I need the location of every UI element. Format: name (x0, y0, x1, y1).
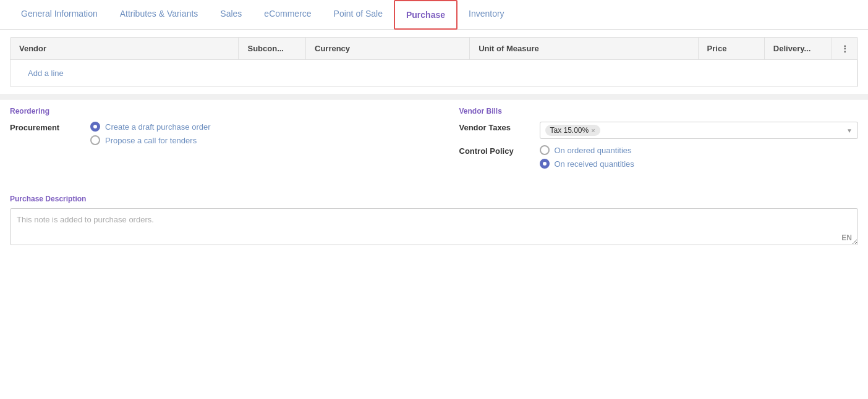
radio-circle-draft (90, 122, 100, 132)
procurement-label: Procurement (10, 122, 90, 132)
col-header-price: Price (698, 38, 764, 60)
tab-general-information[interactable]: General Information (10, 0, 109, 29)
radio-circle-tenders (90, 135, 100, 145)
tab-purchase[interactable]: Purchase (394, 0, 457, 30)
col-header-delivery: Delivery... (764, 38, 832, 60)
tax-tag: Tax 15.00% × (545, 125, 600, 136)
tab-sales[interactable]: Sales (209, 0, 253, 29)
tab-attributes-variants[interactable]: Attributes & Variants (109, 0, 210, 29)
tab-inventory[interactable]: Inventory (457, 0, 516, 29)
col-header-vendor: Vendor (11, 38, 239, 60)
vendor-taxes-input[interactable]: Tax 15.00% × ▼ (540, 122, 859, 139)
radio-circle-received (540, 159, 550, 169)
vendor-taxes-field-row: Vendor Taxes Tax 15.00% × ▼ (459, 122, 859, 139)
reordering-section-label: Reordering (10, 107, 409, 116)
lang-badge: EN (841, 233, 852, 242)
radio-call-for-tenders[interactable]: Propose a call for tenders (90, 135, 409, 145)
nav-tabs: General InformationAttributes & Variants… (0, 0, 868, 30)
col-header-subcon: Subcon... (239, 38, 306, 60)
col-header-uom: Unit of Measure (470, 38, 698, 60)
reordering-panel: Reordering Procurement Create a draft pu… (10, 107, 434, 175)
radio-draft-purchase-order[interactable]: Create a draft purchase order (90, 122, 409, 132)
purchase-description-wrapper: EN (10, 208, 858, 247)
purchase-description-section: Purchase Description EN (0, 185, 868, 257)
tax-tag-label: Tax 15.00% (550, 126, 589, 135)
procurement-options: Create a draft purchase order Propose a … (90, 122, 409, 145)
radio-label-tenders: Propose a call for tenders (105, 136, 197, 145)
tax-dropdown-arrow-icon: ▼ (846, 127, 853, 134)
col-header-currency: Currency (306, 38, 470, 60)
procurement-field-row: Procurement Create a draft purchase orde… (10, 122, 409, 145)
control-policy-field-row: Control Policy On ordered quantities On … (459, 145, 859, 169)
radio-on-ordered-quantities[interactable]: On ordered quantities (540, 145, 859, 155)
section-divider (0, 94, 868, 99)
content-area: Reordering Procurement Create a draft pu… (0, 107, 868, 175)
vendor-table-section: Vendor Subcon... Currency Unit of Measur… (10, 37, 858, 87)
radio-label-draft: Create a draft purchase order (105, 122, 211, 132)
vendor-bills-section-label: Vendor Bills (459, 107, 859, 116)
purchase-description-label: Purchase Description (10, 195, 858, 203)
radio-label-received: On received quantities (555, 159, 634, 169)
radio-on-received-quantities[interactable]: On received quantities (540, 159, 859, 169)
add-line-button[interactable]: Add a line (19, 65, 72, 82)
purchase-description-textarea[interactable] (10, 208, 858, 245)
radio-circle-ordered (540, 145, 550, 155)
vendor-table: Vendor Subcon... Currency Unit of Measur… (11, 38, 857, 86)
procurement-radio-group: Create a draft purchase order Propose a … (90, 122, 409, 145)
vendor-bills-panel: Vendor Bills Vendor Taxes Tax 15.00% × ▼… (434, 107, 859, 175)
tax-tag-close[interactable]: × (591, 127, 595, 134)
tab-point-of-sale[interactable]: Point of Sale (323, 0, 394, 29)
col-menu-icon[interactable]: ⋮ (832, 38, 857, 60)
vendor-taxes-input-wrapper: Tax 15.00% × ▼ (540, 122, 859, 139)
control-policy-options: On ordered quantities On received quanti… (540, 145, 859, 169)
vendor-taxes-label: Vendor Taxes (459, 122, 540, 132)
radio-label-ordered: On ordered quantities (555, 146, 632, 155)
control-policy-label: Control Policy (459, 145, 540, 156)
tab-ecommerce[interactable]: eCommerce (253, 0, 322, 29)
control-policy-radio-group: On ordered quantities On received quanti… (540, 145, 859, 169)
